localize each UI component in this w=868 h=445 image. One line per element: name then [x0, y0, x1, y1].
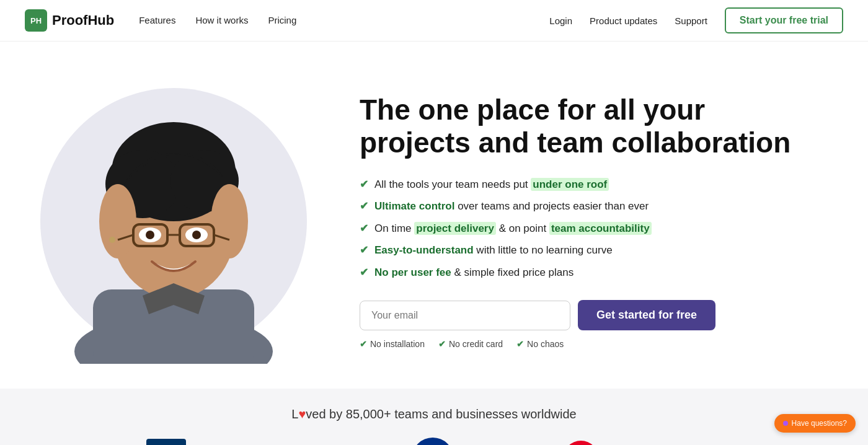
logos-tagline: L♥ved by 85,000+ teams and businesses wo… [25, 407, 843, 421]
check-icon: ✔ [360, 221, 368, 237]
chat-bubble[interactable]: Have questions? [774, 414, 856, 433]
nav-login[interactable]: Login [549, 15, 572, 26]
check-icon: ✔ [360, 339, 367, 349]
hero-features-list: ✔ All the tools your team needs put unde… [360, 177, 831, 281]
michigan-logo: M [146, 439, 186, 445]
svg-point-16 [146, 231, 154, 239]
hero-content: The one place for all your projects and … [322, 94, 831, 349]
header: PH ProofHub Features How it works Pricin… [0, 0, 868, 42]
check-icon: ✔ [360, 265, 368, 281]
chat-label: Have questions? [792, 419, 847, 428]
nav-features[interactable]: Features [139, 15, 175, 25]
logo-name: ProofHub [52, 12, 114, 29]
email-input[interactable] [360, 301, 570, 330]
nav-pricing[interactable]: Pricing [268, 15, 296, 25]
start-trial-button[interactable]: Start your free trial [725, 7, 843, 33]
svg-point-7 [99, 184, 136, 258]
heart-icon: ♥ [298, 407, 306, 421]
feature-item: ✔ On time project delivery & on point te… [360, 221, 831, 237]
check-icon: ✔ [438, 339, 446, 349]
nav-how-it-works[interactable]: How it works [195, 15, 248, 25]
feature-item: ✔ Ultimate control over teams and projec… [360, 198, 831, 214]
main-nav: Features How it works Pricing [139, 15, 296, 26]
feature-item: ✔ All the tools your team needs put unde… [360, 177, 831, 193]
sub-label-install: ✔ No installation [360, 339, 425, 349]
nav-product-updates[interactable]: Product updates [590, 15, 657, 26]
chat-dot [783, 421, 788, 426]
check-icon: ✔ [360, 198, 368, 214]
nasa-logo: NASA [412, 438, 454, 445]
hero-section: The one place for all your projects and … [0, 42, 868, 389]
logo-icon: PH [25, 9, 47, 32]
person-illustration [56, 91, 291, 364]
header-right: Login Product updates Support Start your… [549, 7, 843, 33]
hero-person [50, 79, 298, 364]
svg-point-18 [109, 237, 115, 243]
nav-support[interactable]: Support [675, 15, 707, 26]
feature-item: ✔ No per user fee & simple fixed price p… [360, 265, 831, 281]
client-logos-row: M NETFLIX Google NASA P [25, 438, 843, 445]
check-icon: ✔ [360, 242, 368, 258]
hero-title: The one place for all your projects and … [360, 94, 794, 159]
logo[interactable]: PH ProofHub [25, 9, 114, 32]
email-cta-row: Get started for free [360, 300, 831, 330]
logos-section: L♥ved by 85,000+ teams and businesses wo… [0, 389, 868, 445]
hero-image [25, 79, 322, 364]
check-icon: ✔ [516, 339, 524, 349]
svg-point-17 [192, 231, 201, 239]
get-started-button[interactable]: Get started for free [578, 300, 715, 330]
svg-point-8 [211, 184, 248, 258]
check-icon: ✔ [360, 177, 368, 193]
pinterest-logo: P [563, 441, 599, 445]
sub-label-chaos: ✔ No chaos [516, 339, 564, 349]
feature-item: ✔ Easy-to-understand with little to no l… [360, 242, 831, 258]
sub-label-card: ✔ No credit card [438, 339, 503, 349]
sub-labels: ✔ No installation ✔ No credit card ✔ No … [360, 339, 831, 349]
